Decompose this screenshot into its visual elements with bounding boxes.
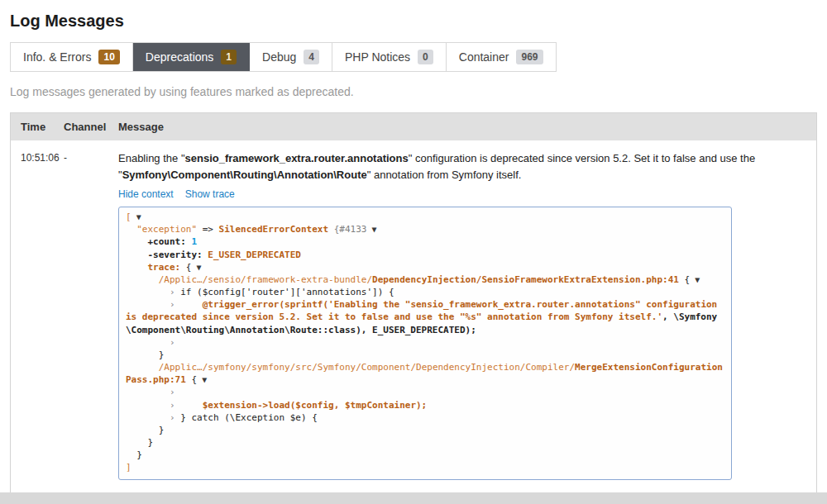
message-text-bold: Symfony\Component\Routing\Annotation\Rou…: [122, 169, 367, 181]
tab-label: Deprecations: [146, 50, 214, 64]
context-dump-pre[interactable]: [ ▼ "exception" => SilencedErrorContext …: [126, 211, 724, 474]
tab-badge-count: 969: [516, 50, 543, 64]
tab-description: Log messages generated by using features…: [10, 85, 817, 98]
header-channel: Channel: [64, 121, 118, 133]
log-table-header: Time Channel Message: [11, 113, 816, 140]
tab-container[interactable]: Container 969: [447, 43, 556, 71]
tab-info-errors[interactable]: Info. & Errors 10: [11, 43, 133, 71]
header-time: Time: [21, 121, 64, 133]
log-tab-bar: Info. & Errors 10 Deprecations 1 Debug 4…: [10, 42, 557, 72]
log-messages-page: Log Messages Info. & Errors 10 Deprecati…: [0, 0, 827, 496]
viewport-bottom-strip: [0, 492, 827, 504]
page-title: Log Messages: [10, 12, 817, 31]
show-trace-link[interactable]: Show trace: [185, 188, 235, 200]
tab-debug[interactable]: Debug 4: [250, 43, 332, 71]
tab-badge-count: 1: [221, 50, 237, 64]
message-text: Enabling the ": [118, 152, 185, 164]
header-message: Message: [118, 121, 806, 133]
tab-label: Info. & Errors: [23, 50, 91, 64]
hide-context-link[interactable]: Hide context: [118, 188, 174, 200]
message-text: " annotation from Symfony itself.: [367, 169, 522, 181]
message-cell: Enabling the "sensio_framework_extra.rou…: [118, 150, 806, 480]
time-cell: 10:51:06: [21, 150, 64, 480]
message-text-bold: sensio_framework_extra.router.annotation…: [185, 152, 409, 164]
log-table: Time Channel Message 10:51:06 - Enabling…: [10, 112, 817, 496]
context-dump: [ ▼ "exception" => SilencedErrorContext …: [118, 207, 732, 480]
tab-label: PHP Notices: [345, 50, 410, 64]
tab-badge-count: 4: [304, 50, 319, 64]
tab-badge-count: 0: [418, 50, 433, 64]
log-row: 10:51:06 - Enabling the "sensio_framewor…: [11, 140, 816, 495]
channel-cell: -: [64, 150, 118, 480]
tab-badge-count: 10: [98, 50, 119, 64]
tab-php-notices[interactable]: PHP Notices 0: [332, 43, 447, 71]
tab-label: Container: [459, 50, 509, 64]
tab-label: Debug: [262, 50, 296, 64]
dump-links: Hide contextShow trace: [118, 187, 798, 202]
tab-deprecations[interactable]: Deprecations 1: [133, 43, 250, 71]
